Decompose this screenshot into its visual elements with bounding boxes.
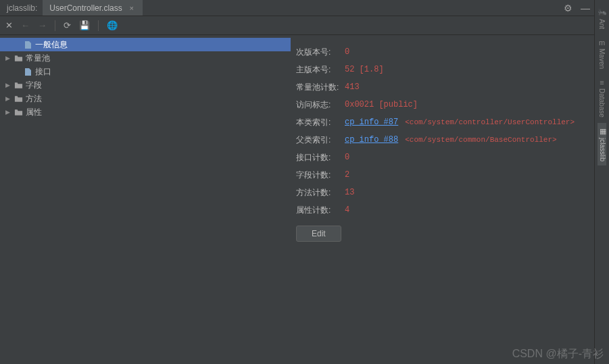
field-label: 次版本号: [296,47,345,58]
field-attribute-count: 属性计数: 4 [296,201,594,219]
file-icon [23,41,32,49]
close-tab-icon[interactable]: × [128,4,136,12]
field-value: 0x0021 [public] [345,100,418,109]
field-label: 常量池计数: [296,82,345,93]
field-field-count: 字段计数: 2 [296,166,594,184]
tab-bar: jclasslib: UserController.class × ⚙ — [0,0,594,16]
rail-item-maven[interactable]: mMaven [598,34,606,73]
expand-chevron-icon[interactable]: ▶ [4,82,11,88]
tree-item-label: 字段 [26,80,42,91]
tree-item[interactable]: 一般信息 [0,38,291,51]
field-label: 父类索引: [296,134,345,146]
folder-icon [14,109,23,116]
field-value: 4 [345,205,349,215]
save-icon[interactable]: 💾 [79,20,90,30]
field-method-count: 方法计数: 13 [296,184,594,201]
rail-label: Ant [598,19,606,29]
cp-info-link[interactable]: cp_info #88 [345,135,398,145]
cp-info-link[interactable]: cp_info #87 [345,118,398,127]
tree-item[interactable]: ▶方法 [0,92,291,105]
database-icon: ≡ [600,78,604,86]
rail-label: jclasslib [599,138,606,161]
refresh-icon[interactable]: ⟳ [64,20,71,30]
field-access-flags: 访问标志: 0x0021 [public] [296,96,594,113]
tree-item-label: 一般信息 [35,39,68,51]
expand-chevron-icon[interactable]: ▶ [4,109,11,115]
tab-label: UserController.class [49,3,122,13]
rail-label: Database [598,88,606,118]
field-label: 访问标志: [296,99,345,111]
field-label: 字段计数: [296,170,345,181]
field-constant-pool-count: 常量池计数: 413 [296,78,594,96]
tree-item[interactable]: ▶字段 [0,78,291,92]
cp-comment: <com/system/controller/UserController> [405,118,575,126]
field-value: 413 [345,82,360,92]
field-value: 13 [345,188,354,197]
expand-chevron-icon[interactable]: ▶ [4,95,11,102]
rail-item-ant[interactable]: 🐜Ant [598,4,607,33]
folder-icon [14,82,23,89]
tree-panel: 一般信息▶常量池接口▶字段▶方法▶属性 [0,35,291,364]
tool-name-label: jclasslib: [4,3,43,13]
detail-panel: 次版本号: 0 主版本号: 52 [1.8] 常量池计数: 413 访问标志: … [291,35,594,364]
cp-comment: <com/system/common/BaseController> [405,136,556,144]
field-label: 方法计数: [296,187,345,199]
settings-gear-icon[interactable]: ⚙ [560,3,577,14]
rail-item-database[interactable]: ≡Database [598,74,606,122]
expand-chevron-icon[interactable]: ▶ [4,55,11,61]
back-arrow-icon: ← [21,20,30,30]
tree-item-label: 方法 [26,93,42,105]
tree-item[interactable]: ▶属性 [0,105,291,119]
rail-item-jclasslib[interactable]: ▦jclasslib [598,123,606,165]
field-minor-version: 次版本号: 0 [296,43,594,61]
folder-icon [14,55,23,62]
tree-item[interactable]: 接口 [0,65,291,78]
field-value: 0 [345,47,349,57]
ant-icon: 🐜 [598,8,607,17]
field-label: 主版本号: [296,64,345,76]
tree-item-label: 属性 [26,107,42,118]
folder-icon [14,95,23,103]
globe-icon[interactable]: 🌐 [107,20,118,30]
minimize-icon[interactable]: — [577,3,594,14]
file-tab[interactable]: UserController.class × [43,0,142,16]
jclasslib-icon: ▦ [600,127,606,136]
toolbar: ✕ ← → ⟳ 💾 🌐 [0,16,594,35]
maven-icon: m [599,38,605,47]
field-label: 本类索引: [296,117,345,128]
field-label: 接口计数: [296,152,345,163]
close-icon[interactable]: ✕ [5,20,13,30]
edit-button[interactable]: Edit [296,226,341,242]
field-major-version: 主版本号: 52 [1.8] [296,61,594,78]
field-value: 0 [345,153,349,162]
field-interface-count: 接口计数: 0 [296,149,594,166]
tree-item-label: 接口 [35,66,51,78]
toolbar-separator [55,20,55,31]
field-label: 属性计数: [296,205,345,216]
tree-item[interactable]: ▶常量池 [0,51,291,65]
field-this-class: 本类索引: cp_info #87 <com/system/controller… [296,113,594,131]
file-icon [23,68,32,76]
right-tool-rail: 🐜AntmMaven≡Database▦jclasslib [594,0,609,364]
rail-label: Maven [598,49,606,69]
toolbar-separator [98,20,99,31]
field-super-class: 父类索引: cp_info #88 <com/system/common/Bas… [296,131,594,149]
tree-item-label: 常量池 [26,53,50,64]
field-value: 52 [1.8] [345,65,384,74]
forward-arrow-icon: → [38,20,47,30]
field-value: 2 [345,170,349,180]
